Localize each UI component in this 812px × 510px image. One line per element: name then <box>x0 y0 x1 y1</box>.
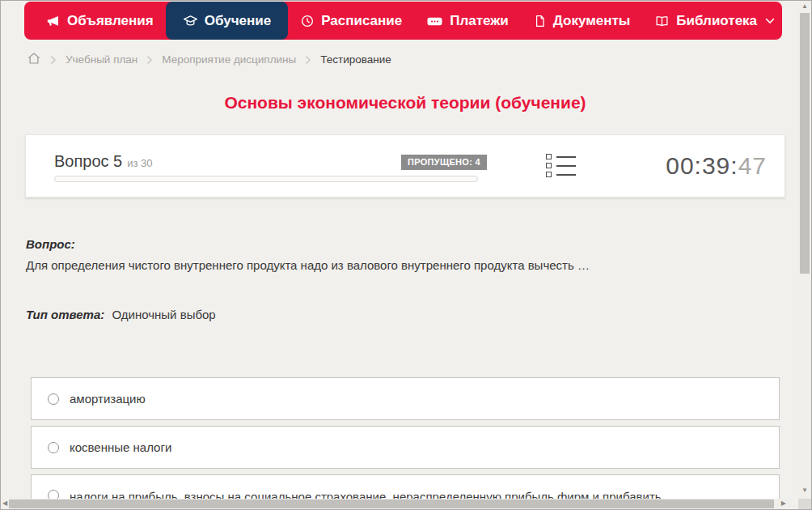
nav-item-payments[interactable]: Платежи <box>414 2 521 40</box>
nav-item-library[interactable]: Библиотека <box>642 2 787 40</box>
breadcrumb-separator <box>146 55 153 65</box>
question-label: Вопрос: <box>26 237 762 251</box>
scroll-left-arrow[interactable]: ◀ <box>2 499 7 507</box>
nav-item-label: Обучение <box>205 13 271 29</box>
nav-item-announcements[interactable]: Объявления <box>34 2 166 40</box>
question-block: Вопрос: Для определения чистого внутренн… <box>26 237 762 272</box>
home-icon[interactable] <box>27 51 41 68</box>
main-nav: Объявления Обучение Расписание Платежи Д… <box>24 2 782 40</box>
nav-item-label: Платежи <box>450 13 509 29</box>
question-header-card: Вопрос 5из 30 ПРОПУЩЕНО: 4 00:39:47 <box>25 134 785 198</box>
scrollbar-corner <box>798 499 811 509</box>
answer-option-label: косвенные налоги <box>70 440 171 454</box>
timer: 00:39:47 <box>666 152 767 180</box>
question-text: Для определения чистого внутреннего прод… <box>26 258 762 272</box>
horizontal-scrollbar-thumb[interactable] <box>9 499 774 508</box>
breadcrumb-item-curriculum[interactable]: Учебный план <box>66 53 137 66</box>
test-page: Объявления Обучение Расписание Платежи Д… <box>0 0 812 510</box>
page-title: Основы экономической теории (обучение) <box>1 93 810 113</box>
answer-option-label: амортизацию <box>70 392 146 406</box>
nav-item-label: Объявления <box>67 13 154 29</box>
answer-option-2[interactable]: косвенные налоги <box>31 426 780 469</box>
radio-icon[interactable] <box>48 442 59 453</box>
nav-item-label: Документы <box>553 13 631 29</box>
nav-item-label: Библиотека <box>676 13 757 29</box>
nav-item-learning[interactable]: Обучение <box>166 2 288 40</box>
question-number: Вопрос 5из 30 <box>54 152 153 171</box>
breadcrumb-item-discipline-event[interactable]: Мероприятие дисциплины <box>162 53 296 66</box>
scroll-up-arrow[interactable]: ▲ <box>798 2 811 10</box>
skipped-badge: ПРОПУЩЕНО: 4 <box>401 155 487 170</box>
question-progress-bar <box>54 176 478 182</box>
graduation-cap-icon <box>183 13 198 28</box>
question-number-label: Вопрос 5 <box>54 152 122 170</box>
horizontal-scrollbar[interactable]: ◀ ▶ <box>1 499 791 509</box>
nav-item-label: Расписание <box>321 13 402 29</box>
answer-type-row: Тип ответа: Одиночный выбор <box>26 308 216 321</box>
breadcrumb-item-testing: Тестирование <box>320 53 391 66</box>
radio-icon[interactable] <box>48 393 59 405</box>
nav-item-documents[interactable]: Документы <box>521 2 643 40</box>
clock-icon <box>300 14 315 28</box>
vertical-scrollbar-thumb[interactable] <box>800 13 810 274</box>
chevron-down-icon <box>765 18 775 24</box>
breadcrumb: Учебный план Мероприятие дисциплины Тест… <box>27 51 391 68</box>
breadcrumb-separator <box>305 55 311 65</box>
scroll-right-arrow[interactable]: ▶ <box>781 499 786 507</box>
vertical-scrollbar[interactable]: ▲ ▼ <box>798 1 811 500</box>
megaphone-icon <box>46 14 61 28</box>
breadcrumb-separator <box>50 55 57 65</box>
question-of-total: из 30 <box>127 157 152 169</box>
banknote-icon <box>426 14 443 28</box>
timer-minutes: 00:39: <box>666 152 738 179</box>
answer-type-label: Тип ответа: <box>26 308 104 321</box>
scroll-down-arrow[interactable]: ▼ <box>798 487 811 494</box>
document-icon <box>533 14 547 28</box>
timer-seconds: 47 <box>738 152 767 179</box>
answer-option-1[interactable]: амортизацию <box>31 377 780 420</box>
nav-item-schedule[interactable]: Расписание <box>288 2 414 40</box>
answer-type-value: Одиночный выбор <box>112 308 215 321</box>
open-book-icon <box>654 14 670 28</box>
question-list-icon[interactable] <box>546 154 576 177</box>
